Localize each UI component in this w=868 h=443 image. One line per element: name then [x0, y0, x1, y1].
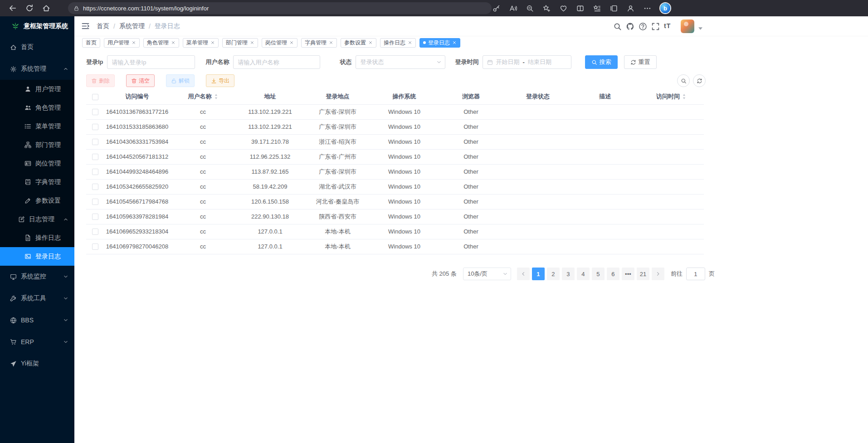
page-button-3[interactable]: 3 [562, 268, 575, 280]
breadcrumb-item[interactable]: 系统管理 [119, 22, 145, 30]
close-icon[interactable] [452, 40, 457, 45]
tab-department-management[interactable]: 部门管理 [222, 38, 258, 48]
login-ip-input[interactable] [107, 55, 195, 69]
sidebar-item-system-tools[interactable]: 系统工具 [0, 289, 74, 307]
delete-button[interactable]: 删除 [86, 74, 115, 87]
collections-icon[interactable] [610, 5, 618, 12]
date-range-picker[interactable]: 开始日期 - 结束日期 [483, 55, 571, 69]
sort-caret-icon[interactable] [214, 93, 218, 100]
sidebar-item-log-management[interactable]: 日志管理 [0, 210, 74, 229]
password-key-icon[interactable] [493, 5, 500, 12]
table-search-toggle[interactable] [677, 74, 690, 87]
sidebar-item-erp[interactable]: ERP [0, 333, 74, 351]
sidebar-item-home[interactable]: 首页 [0, 38, 74, 56]
export-button[interactable]: 导出 [206, 74, 234, 87]
reset-button[interactable]: 重置 [624, 55, 657, 69]
close-icon[interactable] [132, 40, 136, 45]
fullscreen-icon[interactable] [651, 22, 660, 31]
lock-icon[interactable] [73, 5, 79, 11]
close-icon[interactable] [329, 40, 333, 45]
close-icon[interactable] [210, 40, 215, 45]
tab-operation-log[interactable]: 操作日志 [380, 38, 416, 48]
sort-caret-icon[interactable] [682, 93, 686, 100]
prev-page-button[interactable] [517, 268, 530, 280]
row-checkbox[interactable] [92, 169, 98, 175]
add-favorite-icon[interactable] [543, 5, 551, 12]
menu-fold-icon[interactable] [81, 22, 90, 30]
read-aloud-icon[interactable] [509, 5, 517, 12]
search-button[interactable]: 搜索 [585, 55, 618, 69]
sidebar-item-system-management[interactable]: 系统管理 [0, 60, 74, 78]
sidebar-item-department-management[interactable]: 部门管理 [0, 136, 74, 154]
tab-menu-management[interactable]: 菜单管理 [183, 38, 219, 48]
zoom-out-icon[interactable] [526, 5, 534, 12]
sidebar-item-system-monitor[interactable]: 系统监控 [0, 268, 74, 286]
row-checkbox[interactable] [92, 229, 98, 235]
page-button-21[interactable]: 21 [637, 268, 649, 280]
tab-user-management[interactable]: 用户管理 [104, 38, 140, 48]
next-page-button[interactable] [652, 268, 664, 280]
row-checkbox[interactable] [92, 139, 98, 145]
column-header[interactable]: 用户名称 [170, 89, 236, 104]
row-checkbox[interactable] [92, 199, 98, 205]
page-button-5[interactable]: 5 [592, 268, 605, 280]
page-jump-input[interactable] [686, 268, 705, 280]
tab-post-management[interactable]: 岗位管理 [262, 38, 297, 48]
row-checkbox[interactable] [92, 154, 98, 160]
sidebar-item-post-management[interactable]: 岗位管理 [0, 154, 74, 173]
sidebar-item-yi-framework[interactable]: Yi框架 [0, 355, 74, 373]
page-button-6[interactable]: 6 [607, 268, 619, 280]
tab-login-log[interactable]: 登录日志 [419, 38, 460, 48]
sidebar-item-login-log[interactable]: 登录日志 [0, 247, 74, 266]
reload-icon[interactable] [25, 4, 34, 12]
unlock-button[interactable]: 解锁 [166, 74, 195, 87]
font-size-icon[interactable]: tT [664, 22, 671, 31]
tab-dictionary-management[interactable]: 字典管理 [301, 38, 337, 48]
settings-menu-icon[interactable] [644, 5, 651, 12]
back-icon[interactable] [9, 4, 17, 12]
browser-essentials-icon[interactable] [560, 5, 567, 12]
user-avatar[interactable] [681, 19, 694, 33]
tab-parameter-settings[interactable]: 参数设置 [341, 38, 376, 48]
page-ellipsis[interactable]: ••• [622, 268, 634, 280]
copilot-icon[interactable]: b [660, 3, 670, 13]
row-checkbox[interactable] [92, 214, 98, 220]
split-screen-icon[interactable] [576, 5, 584, 12]
breadcrumb-item[interactable]: 首页 [97, 22, 109, 30]
help-icon[interactable] [639, 22, 647, 31]
favorites-icon[interactable] [593, 5, 601, 12]
clear-button[interactable]: 清空 [126, 74, 155, 87]
row-checkbox[interactable] [92, 243, 98, 250]
table-refresh-button[interactable] [693, 74, 706, 87]
tab-role-management[interactable]: 角色管理 [143, 38, 179, 48]
page-size-select[interactable]: 10条/页 [463, 268, 511, 280]
select-all-checkbox[interactable] [92, 94, 98, 100]
sidebar-item-user-management[interactable]: 用户管理 [0, 80, 74, 98]
sidebar-item-bbs[interactable]: BBS [0, 311, 74, 329]
row-checkbox[interactable] [92, 124, 98, 130]
address-bar[interactable]: https://ccnetcore.com:1101/system/log/lo… [68, 2, 492, 14]
page-button-1[interactable]: 1 [532, 268, 545, 280]
sidebar-item-operation-log[interactable]: 操作日志 [0, 229, 74, 247]
column-header[interactable]: 访问时间 [639, 89, 704, 104]
user-name-input[interactable] [233, 55, 320, 69]
close-icon[interactable] [289, 40, 294, 45]
sidebar-item-dictionary-management[interactable]: 字典管理 [0, 173, 74, 191]
github-icon[interactable] [626, 22, 634, 31]
tab-home[interactable]: 首页 [82, 38, 100, 48]
status-select[interactable]: 登录状态 [356, 55, 445, 69]
search-icon[interactable] [613, 22, 622, 31]
sidebar-item-parameter-settings[interactable]: 参数设置 [0, 191, 74, 210]
sidebar-item-role-management[interactable]: 角色管理 [0, 98, 74, 117]
row-checkbox[interactable] [92, 109, 98, 115]
profile-icon[interactable] [627, 5, 634, 12]
sidebar-item-menu-management[interactable]: 菜单管理 [0, 117, 74, 136]
row-checkbox[interactable] [92, 184, 98, 190]
page-button-2[interactable]: 2 [547, 268, 560, 280]
close-icon[interactable] [368, 40, 373, 45]
close-icon[interactable] [171, 40, 176, 45]
close-icon[interactable] [408, 40, 412, 45]
close-icon[interactable] [250, 40, 254, 45]
page-button-4[interactable]: 4 [577, 268, 590, 280]
home-icon[interactable] [42, 4, 50, 12]
